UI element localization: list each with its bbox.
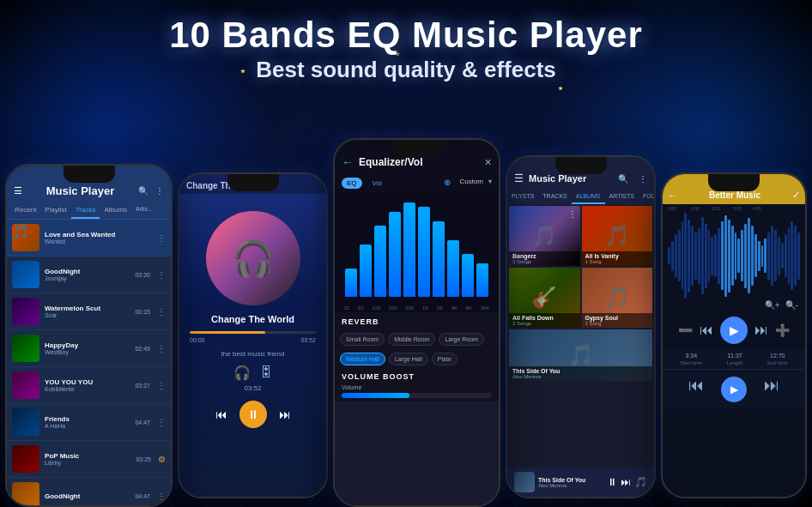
eq-bar-group-0[interactable]	[345, 269, 357, 297]
tab-albums[interactable]: Albums	[100, 202, 131, 219]
volume-label: Volume	[342, 384, 492, 390]
eq-bar-group-3[interactable]	[389, 212, 401, 297]
wave-bar-17	[724, 215, 727, 297]
album-label-5: This Side Of You Alex Monroe	[509, 366, 652, 381]
wave-bar-24	[748, 218, 750, 293]
skip-back-btn[interactable]: ⏮	[688, 377, 704, 402]
close-icon-3[interactable]: ✕	[484, 157, 492, 168]
length-sub: Length	[727, 360, 742, 365]
album-item-5[interactable]: 🎵 This Side Of You Alex Monroe	[509, 329, 652, 381]
eq-bar-group-9[interactable]	[476, 263, 488, 297]
waveform-display	[663, 213, 805, 299]
tab-artists[interactable]: Artis...	[131, 202, 157, 219]
song-item-7[interactable]: PoP Music Libriry 03:25 ⚙	[7, 441, 171, 478]
album-name-2: All Is Vanity	[585, 253, 650, 259]
album-item-3[interactable]: 🎸 All Falls Down 2 Songs	[509, 268, 580, 328]
search-icon[interactable]: 🔍	[138, 186, 148, 196]
more-icon-1[interactable]: ⋮	[157, 233, 166, 243]
eq-chevron-icon[interactable]: ▾	[488, 178, 492, 189]
zoom-in-icon[interactable]: 🔍+	[765, 300, 780, 310]
song-item-4[interactable]: HappyDay WestBoy 02:49 ⋮	[7, 330, 171, 367]
eq-tab-eq[interactable]: EQ	[342, 178, 362, 189]
eq-tab-vol[interactable]: Vol	[367, 178, 387, 189]
phone-music-player: ☰ Music Player 🔍 ⋮ Recent Playlist Track…	[5, 164, 173, 507]
more-icon-2[interactable]: ⋮	[157, 270, 166, 280]
minus-icon-5[interactable]: ➖	[678, 323, 693, 337]
more-icon-8[interactable]: ⋮	[157, 492, 166, 501]
hamburger-icon[interactable]: ☰	[14, 185, 22, 196]
albums-tabs: PLYSTS TRACKS ALBUMS ARTISTS FOLD..	[507, 190, 654, 204]
albums-tab-folders[interactable]: FOLD..	[639, 190, 654, 204]
tab-playlist[interactable]: Playlist	[40, 202, 70, 219]
more-icon-4[interactable]: ⋮	[639, 174, 647, 184]
more-icon-5[interactable]: ⋮	[157, 381, 166, 390]
album-item-2[interactable]: 🎵 All Is Vanity 1 Song	[582, 206, 653, 266]
prev-btn-5[interactable]: ⏮	[700, 323, 713, 338]
song-duration-3: 00:15	[135, 309, 150, 315]
more-icon-6[interactable]: ⋮	[157, 418, 166, 427]
reverb-small-room[interactable]: Small Room	[340, 333, 385, 346]
next-button-2[interactable]: ⏭	[279, 407, 291, 421]
song-item-5[interactable]: YOU YOU YOU Kobibliente 03:27 ⋮	[7, 367, 171, 404]
eq-bar-group-6[interactable]	[433, 221, 445, 297]
albums-tab-albums[interactable]: ALBUMS	[572, 190, 605, 204]
eq-bar-group-1[interactable]	[360, 244, 372, 297]
pause-btn-4[interactable]: ⏸	[607, 476, 617, 488]
next-btn-5[interactable]: ⏭	[754, 323, 768, 338]
eq-settings-icon[interactable]: ⚙	[158, 455, 166, 464]
volume-bar[interactable]	[342, 393, 492, 398]
albums-tab-artists[interactable]: ARTISTS	[605, 190, 639, 204]
eq-bar-group-2[interactable]	[374, 226, 386, 297]
phone-5-notch	[708, 174, 760, 191]
albums-np-title: This Side Of You	[538, 477, 603, 483]
tab-recent[interactable]: Recent	[10, 202, 40, 219]
hamburger-icon-4[interactable]: ☰	[514, 172, 524, 184]
song-item-8[interactable]: GoodNight 04:47 ⋮	[7, 478, 171, 505]
more-album-1[interactable]: ⋮	[568, 209, 577, 219]
album-item-1[interactable]: 🎵 Bangerz 3 Songs ⋮	[509, 206, 580, 266]
album-count-1: 3 Songs	[512, 259, 577, 264]
prev-button-2[interactable]: ⏮	[215, 407, 227, 421]
song-item-1[interactable]: 🎵 Love and Sea Wanted Wanted ⋮	[7, 220, 171, 257]
song-item-3[interactable]: Watermelon Scut Scar 00:15 ⋮	[7, 293, 171, 330]
album-label-3: All Falls Down 2 Songs	[509, 313, 580, 328]
wave-nav-play-btn[interactable]: ▶	[721, 377, 747, 402]
search-icon-4[interactable]: 🔍	[618, 174, 628, 184]
albums-tab-playlists[interactable]: PLYSTS	[507, 190, 538, 204]
reverb-large-hall[interactable]: Large Hall	[389, 353, 428, 365]
check-icon-5[interactable]: ✓	[792, 190, 800, 201]
eq-bar-group-8[interactable]	[462, 254, 474, 297]
more-icon-4[interactable]: ⋮	[157, 344, 166, 353]
song-artist-1: Wanted	[45, 238, 152, 244]
next-btn-4[interactable]: ⏭	[621, 476, 631, 488]
song-item-2[interactable]: GoodNight Jounijay 03:20 ⋮	[7, 257, 171, 293]
plus-icon-5[interactable]: ➕	[775, 323, 790, 337]
song-item-6[interactable]: Friends A HaHa 04:47 ⋮	[7, 404, 171, 441]
eq-sliders-icon[interactable]: 🎛	[259, 365, 273, 381]
eq-bar-group-7[interactable]	[447, 240, 459, 297]
reverb-medium-hall[interactable]: Medium Hall	[340, 353, 385, 365]
time-mark-3: 3:00	[733, 206, 742, 211]
back-button-5[interactable]: ←	[668, 190, 677, 201]
more-icon-3[interactable]: ⋮	[157, 307, 166, 317]
play-button-2[interactable]: ⏸	[239, 401, 267, 428]
headphones-icon-small[interactable]: 🎧	[233, 365, 251, 381]
play-button-5[interactable]: ▶	[720, 317, 748, 344]
tab-tracks[interactable]: Tracks	[71, 202, 100, 219]
song-info-3: Watermelon Scut Scar	[45, 305, 130, 318]
album-item-4[interactable]: 🎵 Gypsy Soul 1 Song	[582, 268, 653, 328]
playlist-btn-4[interactable]: 🎵	[634, 476, 647, 488]
back-button-3[interactable]: ←	[342, 155, 354, 169]
reverb-large-room[interactable]: Large Room	[439, 333, 484, 346]
reverb-plate[interactable]: Plate	[432, 353, 458, 365]
eq-bar-group-5[interactable]	[418, 207, 430, 297]
eq-bar-7	[447, 240, 459, 297]
eq-bar-group-4[interactable]	[403, 202, 415, 297]
zoom-out-icon[interactable]: 🔍-	[785, 300, 798, 310]
albums-tab-tracks[interactable]: TRACKS	[538, 190, 571, 204]
progress-bar[interactable]	[190, 331, 316, 334]
reverb-middle-room[interactable]: Middle Room	[388, 333, 435, 346]
wave-bar-19	[731, 226, 734, 286]
more-icon[interactable]: ⋮	[155, 186, 164, 196]
skip-forward-btn[interactable]: ⏭	[764, 377, 779, 402]
